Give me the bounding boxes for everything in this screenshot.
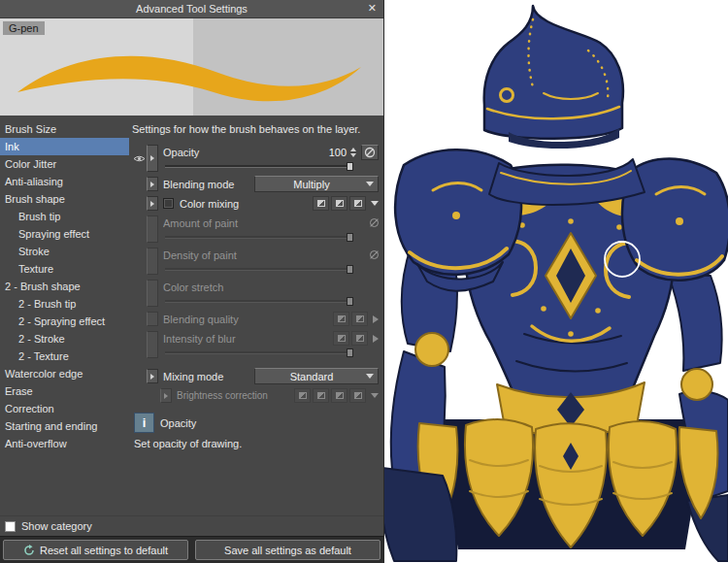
setting-info-box: i Opacity Set opacity of drawing.: [134, 413, 377, 450]
category-correction[interactable]: Correction: [0, 400, 129, 417]
blending-mode-expander-button[interactable]: [147, 177, 158, 191]
category-2-stroke[interactable]: 2 - Stroke: [0, 330, 129, 348]
category-2-brush-tip[interactable]: 2 - Brush tip: [0, 295, 129, 313]
intensity-of-blur-icon-1: [333, 331, 349, 346]
brightness-correction-icon-3: [331, 388, 347, 403]
brightness-correction-icon-4: [349, 388, 366, 403]
circle-slash-icon: [370, 218, 379, 227]
save-button-label: Save all settings as default: [224, 545, 351, 556]
category-brush-size[interactable]: Brush Size: [0, 120, 129, 138]
brush-stroke-sample: [0, 18, 384, 116]
category-starting-ending[interactable]: Starting and ending: [0, 417, 129, 435]
density-of-paint-label: Density of paint: [163, 249, 370, 261]
panel-description: Settings for how the brush behaves on th…: [132, 123, 367, 136]
mixing-mode-value: Standard: [259, 371, 364, 382]
opacity-label: Opacity: [163, 147, 323, 158]
advanced-tool-settings-dialog: Advanced Tool Settings ✕ G-pen Brush Siz…: [0, 0, 384, 563]
category-anti-aliasing[interactable]: Anti-aliasing: [0, 173, 129, 190]
color-mixing-mode-icon-2[interactable]: [331, 196, 347, 211]
show-category-checkbox[interactable]: [5, 521, 16, 532]
category-brush-shape[interactable]: Brush shape: [0, 190, 129, 208]
expander-triangle-icon: [164, 393, 168, 399]
color-stretch-slider: [165, 297, 353, 306]
opacity-value[interactable]: 100: [323, 147, 347, 158]
blending-quality-icon-1: [333, 312, 349, 326]
color-mixing-expander-button[interactable]: [147, 196, 158, 211]
reset-arrow-icon: [23, 545, 35, 556]
density-of-paint-slider: [165, 265, 353, 274]
amount-of-paint-label: Amount of paint: [163, 217, 370, 229]
app-root: Advanced Tool Settings ✕ G-pen Brush Siz…: [0, 0, 728, 563]
color-mixing-label: Color mixing: [180, 198, 311, 210]
opacity-no-dynamics-button[interactable]: [361, 145, 379, 160]
setting-row-color-mixing: Color mixing: [132, 196, 379, 211]
color-mixing-mode-icon-3[interactable]: [349, 196, 366, 211]
category-stroke[interactable]: Stroke: [0, 243, 129, 260]
category-anti-overflow[interactable]: Anti-overflow: [0, 435, 129, 452]
dialog-titlebar[interactable]: Advanced Tool Settings ✕: [0, 0, 383, 18]
mixing-mode-label: Mixing mode: [163, 371, 254, 382]
show-category-row: Show category: [0, 515, 383, 536]
show-category-label: Show category: [21, 520, 92, 532]
setting-row-mixing-mode: Mixing mode Standard: [132, 369, 379, 383]
reset-button-label: Reset all settings to default: [40, 545, 168, 556]
save-all-settings-button[interactable]: Save all settings as default: [195, 540, 381, 560]
category-ink[interactable]: Ink: [0, 138, 129, 155]
color-stretch-expander-button: [147, 280, 158, 307]
intensity-of-blur-slider: [165, 348, 353, 357]
category-2-texture[interactable]: 2 - Texture: [0, 348, 129, 365]
category-color-jitter[interactable]: Color Jitter: [0, 155, 129, 173]
category-2-brush-shape[interactable]: 2 - Brush shape: [0, 278, 129, 295]
setting-row-blending-mode: Blending mode Multiply: [132, 177, 379, 191]
info-title: Opacity: [160, 417, 196, 429]
amount-of-paint-expander-button: [147, 215, 158, 243]
category-watercolor-edge[interactable]: Watercolor edge: [0, 365, 129, 382]
blending-mode-value: Multiply: [259, 179, 364, 190]
drawing-canvas[interactable]: [384, 0, 728, 563]
setting-row-amount-of-paint: Amount of paint: [132, 215, 379, 243]
intensity-of-blur-icon-2: [351, 331, 368, 346]
setting-row-intensity-of-blur: Intensity of blur: [132, 331, 379, 358]
category-2-spraying-effect[interactable]: 2 - Spraying effect: [0, 313, 129, 330]
setting-row-color-stretch: Color stretch: [132, 280, 379, 307]
category-spraying-effect[interactable]: Spraying effect: [0, 225, 129, 243]
blending-mode-label: Blending mode: [163, 179, 254, 190]
expander-triangle-icon: [150, 155, 154, 161]
brightness-correction-icon-2: [313, 388, 329, 403]
close-icon[interactable]: ✕: [368, 2, 377, 15]
expander-triangle-icon: [150, 182, 154, 187]
category-texture[interactable]: Texture: [0, 260, 129, 278]
circle-slash-icon: [364, 147, 376, 158]
amount-of-paint-slider: [165, 233, 353, 242]
setting-row-blending-quality: Blending quality: [132, 312, 379, 326]
settings-panel: Settings for how the brush behaves on th…: [129, 116, 383, 515]
triangle-right-icon: [373, 335, 379, 343]
dialog-footer: Reset all settings to default Save all s…: [0, 536, 383, 563]
category-list: Brush Size Ink Color Jitter Anti-aliasin…: [0, 116, 129, 515]
brightness-correction-icon-1: [294, 388, 311, 403]
dialog-title: Advanced Tool Settings: [136, 3, 248, 15]
mixing-mode-dropdown[interactable]: Standard: [254, 368, 379, 384]
opacity-expander-button[interactable]: [147, 145, 158, 172]
category-erase[interactable]: Erase: [0, 382, 129, 400]
mixing-mode-expander-button[interactable]: [147, 369, 158, 383]
color-mixing-checkbox[interactable]: [163, 198, 174, 209]
brush-dynamics-eye-icon[interactable]: [132, 145, 147, 172]
color-mixing-mode-icon-1[interactable]: [313, 196, 329, 211]
density-of-paint-expander-button: [147, 248, 158, 275]
intensity-of-blur-label: Intensity of blur: [163, 333, 331, 345]
opacity-spinner[interactable]: [348, 146, 358, 159]
chevron-down-icon: [366, 374, 374, 379]
opacity-slider[interactable]: [165, 162, 353, 171]
chevron-down-icon: [371, 393, 379, 398]
expander-triangle-icon: [150, 201, 154, 207]
intensity-of-blur-expander-button: [147, 331, 158, 358]
reset-all-settings-button[interactable]: Reset all settings to default: [3, 540, 188, 560]
blending-mode-dropdown[interactable]: Multiply: [254, 176, 379, 192]
category-brush-tip[interactable]: Brush tip: [0, 208, 129, 225]
chevron-down-icon[interactable]: [371, 201, 379, 206]
chevron-down-icon: [366, 182, 374, 186]
tool-name-chip: G-pen: [3, 21, 45, 35]
setting-row-density-of-paint: Density of paint: [132, 248, 379, 275]
expander-triangle-icon: [150, 374, 154, 380]
